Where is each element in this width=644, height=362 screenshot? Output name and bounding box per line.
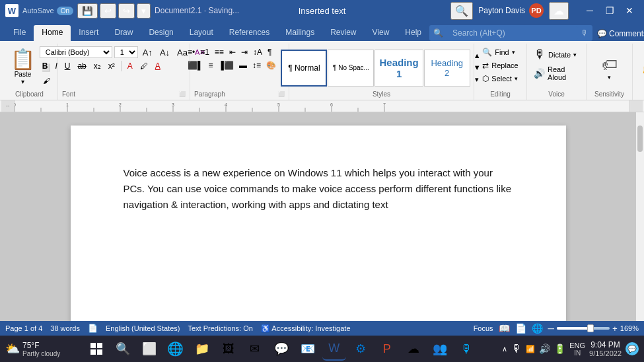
- font-family-select[interactable]: Calibri (Body): [40, 46, 112, 58]
- onedrive-button[interactable]: ☁: [402, 337, 425, 361]
- align-right-button[interactable]: ▐⬛: [217, 59, 236, 71]
- volume-icon[interactable]: 🔊: [539, 344, 550, 354]
- language-indicator[interactable]: English (United States): [106, 324, 180, 332]
- battery-icon[interactable]: 🔋: [554, 344, 565, 354]
- style-no-space-item[interactable]: ¶ No Spac...: [328, 50, 374, 87]
- underline-button[interactable]: U: [62, 61, 73, 71]
- tab-home[interactable]: Home: [34, 25, 71, 41]
- zoom-out-button[interactable]: ─: [548, 324, 554, 334]
- scroll-thumb[interactable]: [637, 126, 643, 152]
- read-mode-button[interactable]: 📖: [499, 323, 510, 334]
- settings-taskbar-button[interactable]: ⚙: [349, 337, 373, 361]
- paste-button[interactable]: 📋 Paste ▾: [7, 46, 39, 87]
- autosave-toggle[interactable]: On: [57, 7, 73, 15]
- undo-button[interactable]: ↩: [100, 3, 116, 18]
- comments-button[interactable]: 💬 Comments: [592, 27, 644, 40]
- decrease-indent-button[interactable]: ⇤: [227, 46, 238, 58]
- zoom-in-button[interactable]: +: [612, 324, 618, 334]
- justify-button[interactable]: ▬: [237, 59, 249, 71]
- numbering-button[interactable]: ≡1: [198, 46, 211, 58]
- dictate-button[interactable]: 🎙 Dictate ▾: [531, 46, 579, 63]
- document-text[interactable]: Voice access is a new experience on Wind…: [124, 165, 513, 213]
- read-aloud-button[interactable]: 🔊 Read Aloud: [531, 64, 582, 83]
- subscript-button[interactable]: x₂: [91, 61, 104, 71]
- tab-help[interactable]: Help: [397, 25, 429, 41]
- user-avatar[interactable]: PD: [529, 3, 544, 18]
- text-highlight-button[interactable]: 🖊: [137, 61, 151, 71]
- photos-button[interactable]: 🖼: [217, 337, 240, 361]
- start-button[interactable]: [85, 337, 108, 361]
- tab-draw[interactable]: Draw: [106, 25, 141, 41]
- tab-insert[interactable]: Insert: [71, 25, 106, 41]
- line-spacing-button[interactable]: ↕≡: [250, 59, 263, 71]
- text-predictions[interactable]: Text Predictions: On: [188, 324, 252, 332]
- zoom-slider[interactable]: [557, 327, 610, 330]
- clock[interactable]: 9:04 PM 9/15/2022: [589, 340, 622, 357]
- sort-button[interactable]: ↕A: [251, 46, 264, 58]
- redo-button[interactable]: ↪: [118, 3, 135, 18]
- close-button[interactable]: ✕: [620, 4, 639, 17]
- italic-button[interactable]: I: [52, 61, 59, 71]
- mic-icon[interactable]: 🎙: [581, 28, 589, 38]
- tab-mailings[interactable]: Mailings: [277, 25, 322, 41]
- voiceaccess-button[interactable]: 🎙: [454, 337, 478, 361]
- style-h2-item[interactable]: Heading 2: [424, 50, 470, 87]
- tab-review[interactable]: Review: [322, 25, 364, 41]
- show-formatting-button[interactable]: ¶: [266, 46, 273, 58]
- align-center-button[interactable]: ≡: [206, 59, 215, 71]
- search-input[interactable]: [446, 26, 578, 40]
- multilevel-list-button[interactable]: ≡≡: [213, 46, 226, 58]
- select-button[interactable]: ⬡ Select ▾: [480, 73, 520, 85]
- show-hidden-button[interactable]: ∧: [502, 345, 507, 353]
- tab-layout[interactable]: Layout: [182, 25, 221, 41]
- bold-button[interactable]: B: [40, 61, 51, 71]
- align-left-button[interactable]: ⬛▌: [186, 59, 205, 71]
- style-h1-item[interactable]: Heading 1: [375, 50, 423, 87]
- accessibility-indicator[interactable]: ♿ Accessibility: Investigate: [261, 324, 351, 333]
- more-button[interactable]: ▾: [137, 3, 151, 18]
- tab-view[interactable]: View: [365, 25, 398, 41]
- language-tray[interactable]: ENG IN: [569, 342, 585, 357]
- search-ribbon-btn[interactable]: 🔍: [450, 2, 473, 20]
- find-button[interactable]: 🔍 Find ▾: [480, 46, 517, 58]
- paragraph-expand-icon[interactable]: ⬜: [278, 91, 285, 100]
- focus-button[interactable]: Focus: [474, 324, 493, 332]
- minimize-button[interactable]: ─: [581, 4, 599, 17]
- style-normal-item[interactable]: ¶ Normal: [281, 50, 327, 87]
- teams-button[interactable]: 💬: [269, 337, 293, 361]
- word-taskbar-button[interactable]: W: [322, 337, 346, 361]
- increase-indent-button[interactable]: ⇥: [239, 46, 250, 58]
- search-taskbar-button[interactable]: 🔍: [111, 337, 135, 361]
- increase-font-button[interactable]: A↑: [140, 47, 155, 58]
- notification-button[interactable]: 💬: [626, 342, 639, 355]
- vertical-scrollbar[interactable]: [636, 112, 644, 321]
- network-icon[interactable]: 📶: [526, 345, 535, 353]
- tab-file[interactable]: File: [5, 25, 34, 41]
- decrease-font-button[interactable]: A↓: [157, 47, 172, 58]
- chat-button[interactable]: 👥: [428, 337, 452, 361]
- sensitivity-button[interactable]: 🏷 ▾: [602, 55, 618, 81]
- explorer-button[interactable]: 📁: [190, 337, 214, 361]
- tab-design[interactable]: Design: [141, 25, 181, 41]
- editor-button[interactable]: ✍: [641, 57, 645, 79]
- restore-button[interactable]: ❐: [600, 4, 619, 17]
- font-color-button[interactable]: A: [153, 61, 163, 71]
- web-layout-button[interactable]: 🌐: [532, 323, 543, 334]
- bullets-button[interactable]: ≡•: [186, 46, 197, 58]
- font-size-select[interactable]: 11: [114, 46, 138, 58]
- strikethrough-button[interactable]: ab: [75, 61, 89, 71]
- tab-references[interactable]: References: [221, 25, 277, 41]
- save-button[interactable]: 💾: [77, 3, 98, 18]
- task-view-button[interactable]: ⬜: [137, 337, 161, 361]
- edge-button[interactable]: 🌐: [164, 337, 188, 361]
- print-layout-button[interactable]: 📄: [515, 323, 526, 334]
- text-effects-button[interactable]: A: [125, 61, 135, 71]
- replace-button[interactable]: ⇄ Replace: [480, 59, 520, 71]
- mail-button[interactable]: ✉: [243, 337, 267, 361]
- superscript-button[interactable]: x²: [106, 61, 118, 71]
- powerpoint-button[interactable]: P: [375, 337, 399, 361]
- mic-taskbar-icon[interactable]: 🎙: [511, 343, 522, 355]
- font-expand-icon[interactable]: ⬜: [179, 91, 186, 100]
- outlook-button[interactable]: 📧: [296, 337, 320, 361]
- share-cloud-btn[interactable]: ☁: [549, 2, 569, 20]
